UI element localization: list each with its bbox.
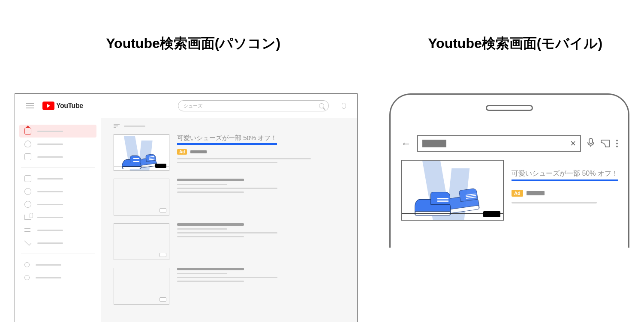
sidebar-item-library[interactable]: [19, 172, 96, 185]
sidebar-item-home[interactable]: [19, 125, 96, 138]
playlist-icon: [24, 227, 31, 233]
filter-icon: [114, 124, 120, 128]
sidebar-item-history[interactable]: [19, 185, 96, 198]
desktop-header: YouTube シューズ: [15, 94, 357, 118]
search-input[interactable]: シューズ: [178, 100, 329, 111]
clear-icon[interactable]: ×: [570, 138, 576, 149]
sidebar-item-watch-later[interactable]: [19, 198, 96, 211]
search-results: 可愛いシューズが一部 50% オフ！ Ad: [101, 118, 357, 322]
sidebar-item-show-more[interactable]: [19, 236, 96, 249]
search-query-placeholder: [422, 140, 446, 147]
sidebar: [15, 118, 101, 322]
thumb-up-icon: [24, 215, 31, 220]
ad-thumbnail: [114, 134, 169, 171]
channel-avatar-icon: [24, 275, 30, 280]
youtube-play-icon: [42, 102, 54, 110]
sidebar-subscription-channel[interactable]: [19, 258, 96, 271]
mobile-toolbar: ← ×: [401, 135, 618, 152]
duration-badge: [159, 253, 166, 257]
mobile-mockup: ← × 可愛いシューズが一部 50% オフ！ Ad: [389, 93, 629, 248]
cast-icon[interactable]: [601, 140, 610, 147]
filter-button[interactable]: [114, 124, 344, 128]
video-result[interactable]: [114, 223, 344, 260]
menu-icon[interactable]: [26, 103, 34, 108]
ad-result[interactable]: 可愛いシューズが一部 50% オフ！ Ad: [114, 134, 344, 171]
library-icon: [24, 175, 31, 182]
mobile-ad-result[interactable]: 可愛いシューズが一部 50% オフ！ Ad: [401, 160, 618, 221]
video-result[interactable]: [114, 179, 344, 215]
subscriptions-icon: [24, 153, 31, 160]
duration-badge: [155, 164, 166, 168]
video-result[interactable]: [114, 268, 344, 305]
ad-thumbnail: [401, 160, 504, 221]
search-icon[interactable]: [319, 103, 324, 108]
back-icon[interactable]: ←: [401, 138, 411, 150]
fire-icon: [24, 141, 31, 147]
ad-badge: Ad: [512, 190, 523, 197]
youtube-logo[interactable]: YouTube: [42, 102, 83, 110]
history-icon: [24, 188, 31, 195]
video-thumbnail: [114, 223, 169, 260]
sidebar-item-trending[interactable]: [19, 138, 96, 150]
search-query-text: シューズ: [184, 103, 202, 109]
voice-search-icon[interactable]: [342, 103, 346, 109]
home-icon: [24, 128, 31, 135]
sidebar-item-playlists[interactable]: [19, 224, 96, 236]
svg-rect-0: [589, 138, 593, 144]
ad-headline: 可愛いシューズが一部 50% オフ！: [177, 134, 277, 145]
sidebar-subscription-channel[interactable]: [19, 271, 96, 284]
phone-speaker: [486, 105, 533, 111]
video-thumbnail: [114, 179, 169, 215]
channel-avatar-icon: [24, 262, 30, 267]
voice-search-icon[interactable]: [587, 138, 595, 150]
video-thumbnail: [114, 268, 169, 305]
duration-badge: [159, 208, 166, 212]
ad-advertiser-placeholder: [527, 191, 545, 195]
ad-badge: Ad: [177, 149, 187, 155]
desktop-mockup: YouTube シューズ: [15, 93, 358, 322]
sidebar-item-liked[interactable]: [19, 211, 96, 224]
duration-badge: [483, 211, 500, 217]
clock-icon: [24, 201, 31, 208]
heading-mobile: Youtube検索画面(モバイル): [386, 34, 644, 53]
youtube-logo-text: YouTube: [56, 102, 83, 110]
more-options-icon[interactable]: [616, 140, 618, 147]
chevron-down-icon: [24, 239, 32, 246]
ad-advertiser-placeholder: [190, 150, 207, 153]
mobile-search-input[interactable]: ×: [417, 135, 581, 152]
heading-desktop: Youtube検索画面(パソコン): [0, 34, 386, 53]
duration-badge: [159, 297, 166, 302]
sidebar-item-subscriptions[interactable]: [19, 150, 96, 163]
ad-headline: 可愛いシューズが一部 50% オフ！: [512, 169, 618, 181]
